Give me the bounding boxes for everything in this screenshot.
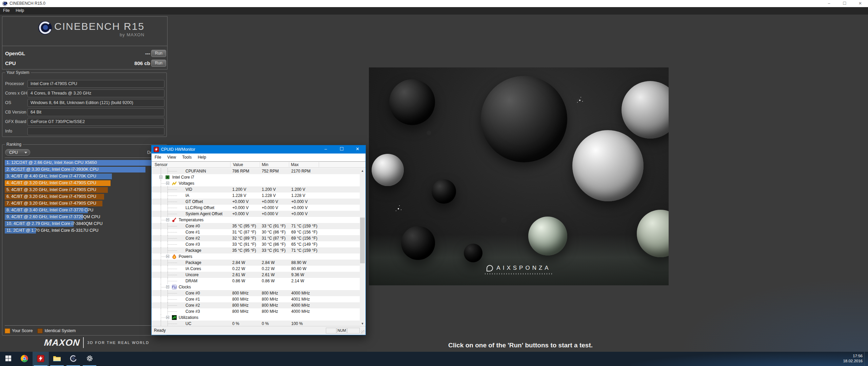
ranking-row[interactable]: 7. 4C/8T @ 3.20 GHz, Intel Core i7-4790S… — [5, 200, 165, 207]
sensor-row[interactable]: IA1.228 V1.228 V1.228 V — [152, 192, 360, 199]
show-desktop-button[interactable] — [864, 352, 868, 366]
maximize-button[interactable]: ☐ — [334, 145, 350, 154]
sensor-value: 800 MHz — [232, 303, 249, 308]
sensor-row[interactable]: GT Offset+0.000 V+0.000 V+0.000 V — [152, 199, 360, 205]
sensor-row[interactable]: Package35 °C (95 °F)33 °C (91 °F)71 °C (… — [152, 247, 360, 253]
column-separator[interactable] — [230, 162, 231, 167]
column-header-value[interactable]: Value — [233, 162, 243, 167]
system-row-field[interactable]: Windows 8, 64 Bit, Unknown Edition (121)… — [27, 99, 164, 107]
start-button[interactable] — [0, 352, 16, 366]
taskbar-app-settings[interactable] — [81, 352, 98, 366]
sensor-row[interactable]: LLC/Ring Offset+0.000 V+0.000 V+0.000 V — [152, 205, 360, 211]
tree-collapse-button[interactable] — [166, 255, 169, 258]
minimize-button[interactable]: – — [318, 145, 334, 154]
close-button[interactable]: ✕ — [852, 0, 868, 7]
sensor-row[interactable]: VID1.200 V1.200 V1.200 V — [152, 186, 360, 192]
cinebench-titlebar[interactable]: CINEBENCH R15.0 – ☐ ✕ — [0, 0, 868, 7]
taskbar-app-explorer[interactable] — [49, 352, 65, 366]
ranking-row[interactable]: 1. 12C/24T @ 2.66 GHz, Intel Xeon CPU X5… — [5, 160, 165, 166]
sensor-row[interactable]: Intel Core i7 — [152, 174, 360, 180]
sensor-row[interactable]: Voltages — [152, 180, 360, 186]
system-row-field[interactable]: Intel Core i7-4790S CPU — [27, 80, 164, 88]
column-header-min[interactable]: Min — [262, 162, 268, 167]
system-row: GFX BoardGeForce GT 730/PCIe/SSE2 — [2, 118, 166, 125]
menubar-item-help[interactable]: Help — [13, 7, 27, 14]
sensor-row[interactable]: Temperatures — [152, 217, 360, 223]
sensor-row[interactable]: Core #3800 MHz800 MHz4000 MHz — [152, 308, 360, 314]
sensor-row[interactable]: IA Cores0.22 W0.22 W80.60 W — [152, 266, 360, 272]
tree-guide — [161, 302, 161, 308]
run-button-opengl[interactable]: Run — [151, 50, 166, 57]
ranking-row[interactable]: 3. 4C/8T @ 4.40 GHz, Intel Core i7-4770K… — [5, 173, 165, 180]
sensor-row[interactable]: Core #333 °C (91 °F)30 °C (86 °F)65 °C (… — [152, 241, 360, 247]
menubar-item-tools[interactable]: Tools — [179, 154, 195, 161]
scrollbar[interactable]: ▲ ▼ — [360, 168, 365, 327]
column-separator[interactable] — [319, 162, 319, 167]
column-separator[interactable] — [260, 162, 260, 167]
menubar-item-help[interactable]: Help — [195, 154, 209, 161]
ranking-row[interactable]: 10. 4C/8T @ 2.79 GHz, Intel Core i7-3840… — [5, 221, 165, 227]
ranking-row[interactable]: 6. 4C/8T @ 3.20 GHz, Intel Core i7-4790S… — [5, 194, 165, 200]
menubar-item-view[interactable]: View — [164, 154, 179, 161]
system-row-field[interactable]: 64 Bit — [27, 108, 164, 116]
sensor-row[interactable]: Clocks — [152, 284, 360, 290]
taskbar-app-chrome[interactable] — [16, 352, 33, 366]
resize-grip[interactable] — [361, 330, 365, 334]
tree-collapse-button[interactable] — [159, 176, 162, 179]
sensor-max: 1.200 V — [291, 187, 305, 192]
menubar-item-file[interactable]: File — [0, 7, 13, 14]
ranking-row[interactable]: 8. 4C/8T @ 3.40 GHz, Intel Core i7-3770 … — [5, 207, 165, 214]
sensor-row[interactable]: Uncore2.61 W2.61 W9.36 W — [152, 272, 360, 278]
sensor-row[interactable]: CPUFANIN786 RPM752 RPM2170 RPM — [152, 168, 360, 174]
ranking-row[interactable]: 5. 4C/8T @ 3.20 GHz, Intel Core i7-4790S… — [5, 187, 165, 194]
sensor-name: Package — [185, 248, 201, 253]
taskbar-app-hwmonitor[interactable] — [33, 352, 49, 366]
close-button[interactable]: ✕ — [350, 145, 366, 154]
sensor-row[interactable]: Core #1800 MHz800 MHz4001 MHz — [152, 296, 360, 302]
hwmonitor-titlebar[interactable]: CPUID HWMonitor – ☐ ✕ — [152, 145, 366, 154]
tree-collapse-button[interactable] — [166, 182, 169, 185]
sensor-row[interactable]: Core #2800 MHz800 MHz4000 MHz — [152, 302, 360, 308]
sensor-table-header[interactable]: SensorValueMinMax — [152, 162, 366, 168]
sensor-row[interactable]: Utilizations — [152, 314, 360, 321]
tree-collapse-button[interactable] — [166, 285, 169, 288]
sensor-name: GT Offset — [185, 199, 203, 204]
ranking-filter-dropdown[interactable]: CPU — [5, 149, 30, 156]
cinebench-window: CINEBENCH R15.0 – ☐ ✕ FileHelp CINEBENCH… — [0, 0, 868, 352]
sensor-row[interactable]: Core #232 °C (89 °F)31 °C (87 °F)69 °C (… — [152, 235, 360, 241]
menubar-item-file[interactable]: File — [152, 154, 164, 161]
sensor-row[interactable]: Core #0800 MHz800 MHz4000 MHz — [152, 290, 360, 296]
sensor-row[interactable]: Package2.84 W2.84 W88.90 W — [152, 260, 360, 266]
ranking-row[interactable]: 11. 2C/4T @ 1.70 GHz, Intel Core i5-3317… — [5, 227, 165, 234]
tree-guide — [161, 186, 161, 192]
ranking-row[interactable]: 9. 4C/8T @ 2.60 GHz, Intel Core i7-3720Q… — [5, 214, 165, 221]
sensor-row[interactable]: Core #035 °C (95 °F)33 °C (91 °F)71 °C (… — [152, 223, 360, 229]
ranking-row[interactable]: 4. 4C/8T @ 3.20 GHz, Intel Core i7-4790S… — [5, 180, 165, 187]
maximize-button[interactable]: ☐ — [837, 0, 852, 7]
system-row: ProcessorIntel Core i7-4790S CPU — [2, 80, 166, 87]
sensor-name: Core #0 — [185, 291, 200, 296]
taskbar-clock[interactable]: 17:56 18.02.2016 — [843, 353, 863, 364]
aixsponza-logo-icon — [487, 265, 493, 271]
sensor-value: 800 MHz — [232, 297, 249, 302]
run-button-cpu[interactable]: Run — [151, 60, 166, 67]
system-row-field[interactable]: GeForce GT 730/PCIe/SSE2 — [27, 118, 164, 126]
column-header-max[interactable]: Max — [291, 162, 299, 167]
sensor-row[interactable]: DRAM0.86 W0.86 W2.14 W — [152, 278, 360, 284]
minimize-button[interactable]: – — [821, 0, 837, 7]
sensor-row[interactable]: Core #131 °C (87 °F)30 °C (86 °F)69 °C (… — [152, 229, 360, 235]
sensor-row[interactable]: System Agent Offset+0.000 V+0.000 V+0.00… — [152, 211, 360, 217]
scroll-up-icon[interactable]: ▲ — [360, 168, 365, 174]
tree-collapse-button[interactable] — [166, 316, 169, 319]
system-row-field[interactable]: 4 Cores, 8 Threads @ 3.20 GHz — [27, 89, 164, 97]
score-label: OpenGL — [5, 50, 25, 56]
ranking-row[interactable]: 2. 6C/12T @ 3.30 GHz, Intel Core i7-3930… — [5, 166, 165, 173]
tree-collapse-button[interactable] — [166, 218, 169, 221]
taskbar-app-cinema4d[interactable] — [65, 352, 81, 366]
sensor-max: 4000 MHz — [291, 303, 310, 308]
sensor-row[interactable]: Powers — [152, 253, 360, 260]
scrollbar-thumb[interactable] — [360, 218, 365, 263]
column-header-sensor[interactable]: Sensor — [155, 162, 167, 167]
column-separator[interactable] — [289, 162, 289, 167]
system-row-field[interactable] — [27, 127, 164, 135]
